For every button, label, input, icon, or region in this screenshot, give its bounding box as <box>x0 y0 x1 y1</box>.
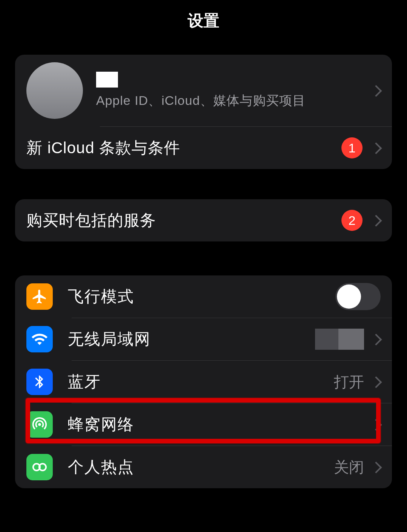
icloud-terms-row[interactable]: 新 iCloud 条款与条件 1 <box>15 127 392 169</box>
services-section: 购买时包括的服务 2 <box>15 199 392 241</box>
chevron-right-icon <box>373 141 381 154</box>
chevron-right-icon <box>373 214 381 227</box>
hotspot-icon <box>26 454 53 480</box>
chevron-right-icon <box>373 84 381 97</box>
chevron-right-icon <box>373 461 381 474</box>
account-row[interactable]: Apple ID、iCloud、媒体与购买项目 <box>15 55 392 126</box>
account-subtitle: Apple ID、iCloud、媒体与购买项目 <box>96 92 373 109</box>
wifi-value-redacted <box>315 329 364 350</box>
airplane-mode-row[interactable]: 飞行模式 <box>15 275 392 318</box>
bluetooth-value: 打开 <box>334 372 364 392</box>
wifi-row[interactable]: 无线局域网 <box>15 318 392 360</box>
header: 设置 <box>0 0 407 42</box>
airplane-icon <box>26 283 53 310</box>
chevron-right-icon <box>373 375 381 388</box>
bluetooth-icon <box>26 369 53 395</box>
toggle-knob <box>337 284 361 309</box>
network-section: 飞行模式 无线局域网 蓝牙 打开 蜂窝网 <box>15 275 392 488</box>
page-title: 设置 <box>188 10 219 31</box>
bluetooth-row[interactable]: 蓝牙 打开 <box>15 361 392 403</box>
wifi-icon <box>26 326 53 352</box>
chevron-right-icon <box>373 418 381 431</box>
account-text: Apple ID、iCloud、媒体与购买项目 <box>96 72 373 109</box>
avatar <box>26 62 83 119</box>
account-name-redacted <box>96 72 118 88</box>
account-section: Apple ID、iCloud、媒体与购买项目 新 iCloud 条款与条件 1 <box>15 55 392 169</box>
cellular-icon <box>26 411 53 438</box>
hotspot-label: 个人热点 <box>68 457 334 478</box>
badge: 2 <box>341 210 363 231</box>
chevron-right-icon <box>373 333 381 346</box>
airplane-mode-toggle[interactable] <box>335 283 381 310</box>
badge: 1 <box>341 137 363 158</box>
services-label: 购买时包括的服务 <box>26 210 341 231</box>
services-row[interactable]: 购买时包括的服务 2 <box>15 199 392 241</box>
icloud-terms-label: 新 iCloud 条款与条件 <box>26 137 341 158</box>
wifi-label: 无线局域网 <box>68 329 315 350</box>
bluetooth-label: 蓝牙 <box>68 371 334 392</box>
cellular-row[interactable]: 蜂窝网络 <box>15 403 392 446</box>
cellular-label: 蜂窝网络 <box>68 414 373 435</box>
hotspot-value: 关闭 <box>334 457 364 478</box>
airplane-mode-label: 飞行模式 <box>68 286 335 307</box>
hotspot-row[interactable]: 个人热点 关闭 <box>15 446 392 488</box>
